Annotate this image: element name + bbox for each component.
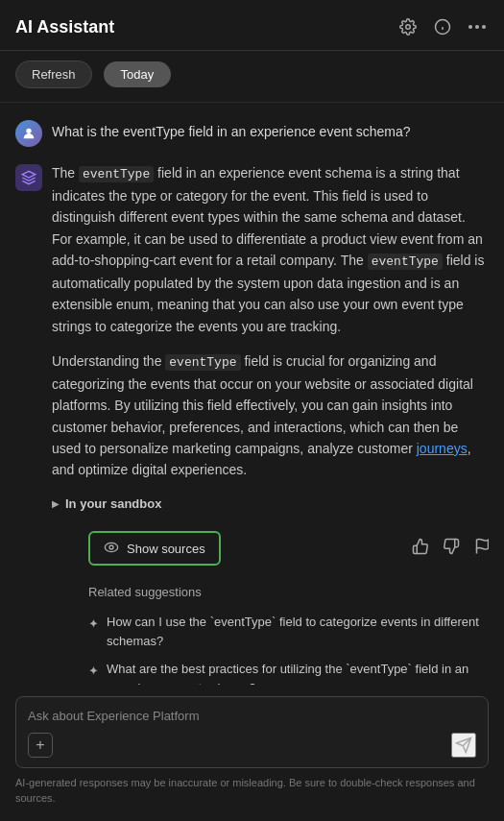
suggestion-item-1[interactable]: ✦ How can I use the `eventType` field to…	[88, 613, 489, 650]
header-actions	[396, 15, 489, 38]
suggestion-star-icon-1: ✦	[88, 615, 99, 635]
more-icon[interactable]	[466, 15, 489, 38]
divider	[0, 102, 504, 103]
sandbox-label: In your sandbox	[65, 495, 161, 515]
svg-point-5	[475, 25, 479, 29]
refresh-button[interactable]: Refresh	[15, 60, 92, 88]
show-sources-label: Show sources	[127, 542, 205, 556]
info-icon[interactable]	[431, 15, 454, 38]
ai-message-content: The eventType field in an experience eve…	[52, 162, 489, 707]
ai-message: The eventType field in an experience eve…	[15, 162, 489, 707]
user-message: What is the eventType field in an experi…	[15, 118, 489, 147]
ai-avatar	[15, 164, 42, 191]
thumbs-up-icon[interactable]	[412, 538, 429, 563]
sandbox-section: ▶ In your sandbox	[52, 495, 489, 515]
ai-p1-code1: eventType	[79, 166, 154, 182]
toolbar: Refresh Today	[0, 51, 504, 98]
related-suggestions: Related suggestions ✦ How can I use the …	[52, 583, 489, 697]
svg-point-8	[105, 543, 117, 552]
svg-point-6	[482, 25, 486, 29]
eye-icon	[104, 541, 119, 556]
suggestion-star-icon-2: ✦	[88, 662, 99, 682]
show-sources-button[interactable]: Show sources	[88, 531, 221, 566]
ai-p1-code2: eventType	[368, 254, 443, 270]
related-title: Related suggestions	[88, 583, 489, 603]
sources-feedback-row: Show sources	[52, 523, 489, 575]
disclaimer-text: AI-generated responses may be inaccurate…	[15, 776, 489, 806]
input-add-button[interactable]: +	[28, 733, 53, 758]
header: AI Assistant	[0, 0, 504, 51]
chat-area: What is the eventType field in an experi…	[0, 107, 504, 718]
feedback-icons	[412, 538, 489, 563]
svg-point-7	[26, 129, 31, 133]
today-badge: Today	[104, 61, 172, 87]
ai-paragraph-1: The eventType field in an experience eve…	[52, 162, 489, 337]
svg-point-0	[406, 25, 411, 30]
journeys-link[interactable]: journeys	[417, 441, 468, 456]
input-controls: +	[28, 733, 476, 758]
input-box[interactable]: Ask about Experience Platform +	[15, 696, 489, 768]
ai-p2-code: eventType	[165, 354, 240, 371]
app-title: AI Assistant	[15, 17, 114, 37]
add-icon: +	[36, 736, 44, 754]
suggestion-text-1: How can I use the `eventType` field to c…	[107, 613, 489, 650]
input-send-button[interactable]	[451, 733, 476, 758]
sandbox-toggle[interactable]: ▶ In your sandbox	[52, 495, 489, 515]
user-avatar	[15, 120, 42, 147]
input-area: Ask about Experience Platform + AI-gener…	[0, 685, 504, 821]
sandbox-arrow-icon: ▶	[52, 496, 60, 512]
ai-p2-before-code: Understanding the	[52, 353, 165, 369]
flag-icon[interactable]	[473, 538, 489, 563]
ai-paragraph-2: Understanding the eventType field is cru…	[52, 350, 489, 481]
user-message-text: What is the eventType field in an experi…	[52, 118, 411, 142]
thumbs-down-icon[interactable]	[443, 538, 460, 563]
input-placeholder: Ask about Experience Platform	[28, 709, 476, 723]
settings-icon[interactable]	[396, 15, 420, 38]
svg-point-4	[468, 25, 472, 29]
svg-point-9	[109, 545, 113, 549]
ai-p1-before-code1: The	[52, 165, 79, 181]
